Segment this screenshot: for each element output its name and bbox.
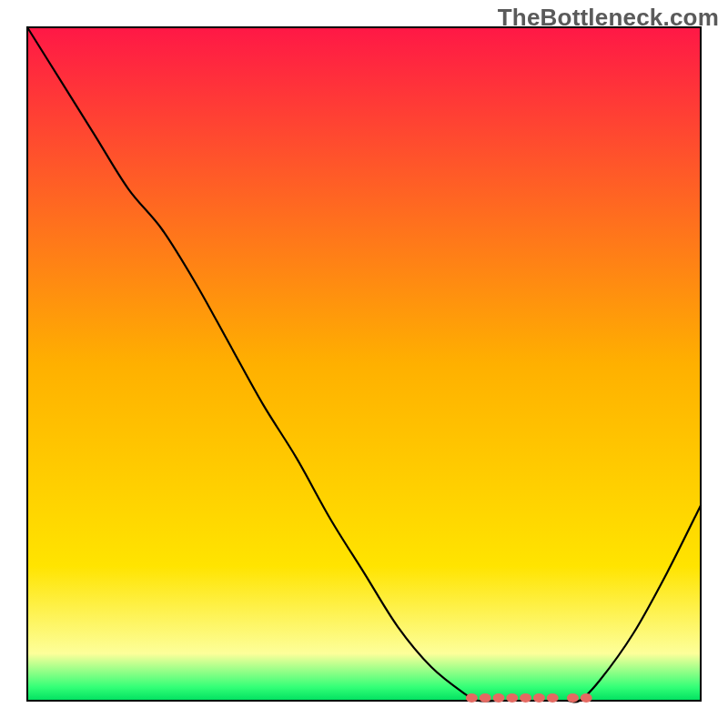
minimum-marker xyxy=(520,693,531,703)
minimum-marker xyxy=(581,693,592,703)
watermark-text: TheBottleneck.com xyxy=(498,4,719,32)
minimum-marker xyxy=(493,693,505,703)
minimum-marker xyxy=(480,693,491,703)
chart-stage: TheBottleneck.com xyxy=(0,0,728,728)
minimum-band-markers xyxy=(466,693,592,703)
minimum-marker xyxy=(506,693,518,703)
minimum-marker xyxy=(466,693,478,703)
minimum-marker xyxy=(547,693,559,703)
plot-background xyxy=(27,27,701,701)
minimum-marker xyxy=(533,693,545,703)
chart-svg xyxy=(0,0,728,728)
minimum-marker xyxy=(567,693,579,703)
